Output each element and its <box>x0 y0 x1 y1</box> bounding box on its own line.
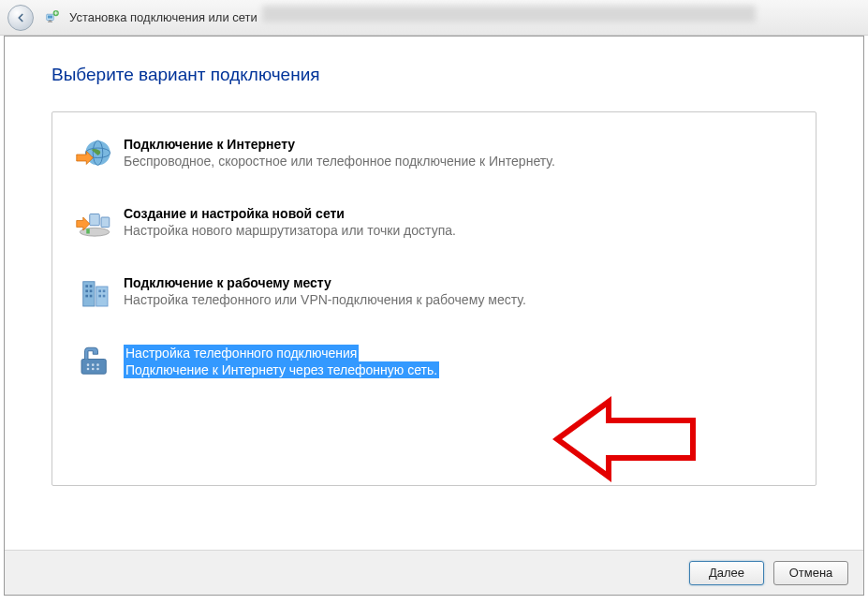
connection-options-list: Подключение к Интернету Беспроводное, ск… <box>51 111 817 486</box>
svg-rect-21 <box>103 290 106 293</box>
option-setup-network[interactable]: Создание и настройка новой сети Настройк… <box>71 199 797 249</box>
svg-rect-22 <box>98 295 101 298</box>
svg-point-25 <box>87 363 90 366</box>
svg-rect-20 <box>98 290 101 293</box>
svg-rect-14 <box>85 285 88 287</box>
svg-point-26 <box>92 363 95 366</box>
next-button[interactable]: Далее <box>689 561 764 585</box>
svg-rect-23 <box>103 295 106 298</box>
svg-rect-3 <box>48 21 52 22</box>
svg-rect-18 <box>85 295 88 298</box>
svg-rect-2 <box>49 20 51 21</box>
option-title: Подключение к Интернету <box>124 137 555 152</box>
globe-icon <box>75 135 114 174</box>
svg-rect-11 <box>86 228 90 233</box>
wizard-heading: Выберите вариант подключения <box>51 65 817 85</box>
option-connect-internet[interactable]: Подключение к Интернету Беспроводное, ск… <box>71 129 797 180</box>
svg-rect-12 <box>83 282 95 306</box>
network-wizard-icon <box>43 8 62 27</box>
wizard-content: Выберите вариант подключения Подключение… <box>5 37 863 505</box>
svg-point-28 <box>87 368 90 371</box>
svg-point-29 <box>92 368 95 371</box>
svg-rect-9 <box>101 217 110 228</box>
svg-point-27 <box>96 363 99 366</box>
option-connect-workplace[interactable]: Подключение к рабочему месту Настройка т… <box>71 268 797 318</box>
router-icon <box>75 204 114 243</box>
svg-rect-8 <box>90 214 100 226</box>
svg-rect-1 <box>48 15 52 18</box>
window-title: Установка подключения или сети <box>69 10 257 24</box>
svg-rect-16 <box>85 290 88 293</box>
svg-rect-13 <box>96 287 108 306</box>
cancel-button[interactable]: Отмена <box>773 561 848 585</box>
back-arrow-icon <box>14 11 27 24</box>
option-title: Создание и настройка новой сети <box>124 206 456 221</box>
option-dialup-setup[interactable]: Настройка телефонного подключения Подклю… <box>71 337 797 388</box>
svg-rect-15 <box>90 285 93 287</box>
option-desc: Настройка телефонного или VPN-подключени… <box>124 292 526 307</box>
option-desc: Подключение к Интернету через телефонную… <box>124 361 439 378</box>
option-title: Настройка телефонного подключения <box>124 345 359 361</box>
svg-rect-24 <box>81 360 106 375</box>
wizard-body: Выберите вариант подключения Подключение… <box>4 36 864 596</box>
option-desc: Беспроводное, скоростное или телефонное … <box>124 154 555 169</box>
back-button[interactable] <box>7 5 34 31</box>
blurred-background <box>262 6 756 22</box>
svg-point-30 <box>96 368 99 371</box>
option-desc: Настройка нового маршрутизатора или точк… <box>124 223 456 238</box>
wizard-button-bar: Далее Отмена <box>5 550 863 595</box>
svg-rect-17 <box>90 290 93 293</box>
phone-modem-icon <box>75 343 114 382</box>
option-title: Подключение к рабочему месту <box>124 275 526 290</box>
svg-rect-19 <box>90 295 93 298</box>
buildings-icon <box>75 273 114 313</box>
